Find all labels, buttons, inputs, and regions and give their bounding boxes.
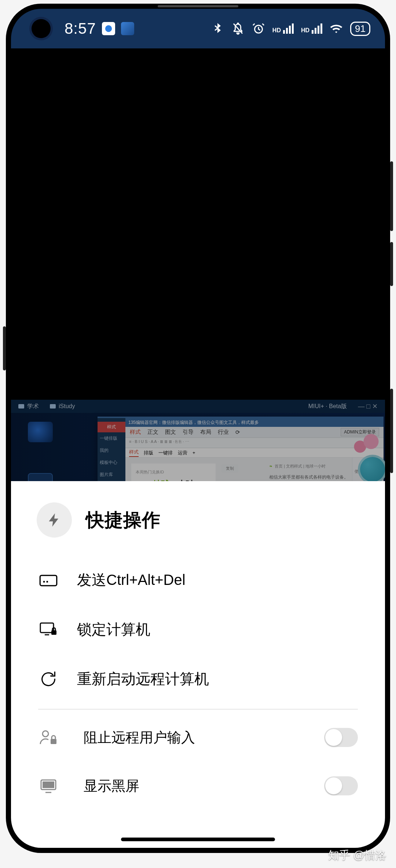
- svg-rect-7: [51, 739, 56, 744]
- battery-indicator: 91: [350, 22, 370, 36]
- svg-point-6: [43, 731, 48, 737]
- app-tray-icon: [121, 22, 134, 35]
- camera-punch-hole: [32, 19, 51, 38]
- toggle-switch[interactable]: [324, 728, 358, 747]
- toggle-label: 显示黑屏: [84, 777, 306, 795]
- svg-rect-5: [51, 630, 56, 635]
- action-restart-remote[interactable]: 重新启动远程计算机: [38, 654, 358, 704]
- editor-tabs: 样式 正文 图文 引导 布局 行业 ⟳ ADMIN立即登录: [125, 427, 384, 438]
- svg-rect-1: [40, 575, 57, 586]
- side-button: [390, 389, 393, 473]
- user-lock-icon: [38, 728, 59, 747]
- editor-toolbar: ≡ · B I U S · A A · ≣ ≣ ≣ · ⎘ ⎘ · ⋯: [125, 438, 384, 448]
- dnd-icon: [231, 22, 245, 35]
- divider: [38, 709, 358, 710]
- toggle-label: 阻止远程用户输入: [84, 728, 306, 747]
- desktop-icon: [24, 422, 56, 458]
- action-send-cad[interactable]: 发送Ctrl+Alt+Del: [38, 555, 358, 605]
- restart-icon: [38, 670, 59, 689]
- svg-rect-3: [47, 581, 48, 582]
- action-lock-computer[interactable]: 锁定计算机: [38, 605, 358, 654]
- status-bar: 8:57 HD HD 91: [11, 9, 385, 48]
- promo-decor: [349, 431, 385, 457]
- toggle-black-screen[interactable]: 显示黑屏: [38, 762, 358, 810]
- bluetooth-icon: [211, 22, 224, 35]
- toggle-block-remote-input[interactable]: 阻止远程用户输入: [38, 713, 358, 762]
- remote-taskbar: 学术 iStudy MIUI+ · Beta版 — □ ✕: [11, 400, 385, 413]
- promo-badge: [358, 455, 385, 484]
- monitor-lock-icon: [38, 620, 59, 639]
- monitor-icon: [38, 776, 59, 795]
- svg-rect-9: [43, 781, 54, 788]
- signal-1: HD: [272, 23, 294, 34]
- editor-titlebar: 135编辑器官网：微信排版编辑器，微信公众号图文工具，样式最多: [125, 418, 384, 427]
- watermark: 知乎 @惜洛: [328, 848, 386, 863]
- phone-frame: 8:57 HD HD 91: [6, 4, 390, 853]
- toggle-switch[interactable]: [324, 776, 358, 795]
- svg-rect-2: [43, 581, 45, 582]
- miui-label: MIUI+ · Beta版: [308, 403, 347, 410]
- side-button: [3, 326, 6, 370]
- sheet-title: 快捷操作: [86, 508, 161, 532]
- phone-speaker: [158, 5, 238, 7]
- wifi-icon: [330, 22, 343, 35]
- keyboard-icon: [38, 571, 59, 590]
- action-label: 发送Ctrl+Alt+Del: [77, 570, 358, 590]
- action-label: 重新启动远程计算机: [77, 669, 358, 689]
- side-button: [390, 161, 393, 231]
- editor-subtabs: 样式 排版 一键排 运营 +: [125, 448, 384, 458]
- window-controls: — □ ✕: [358, 402, 378, 410]
- signal-2: HD: [301, 23, 322, 34]
- side-button: [390, 242, 393, 286]
- lightning-icon: [37, 502, 72, 538]
- gesture-bar[interactable]: [121, 838, 275, 841]
- alarm-icon: [252, 22, 265, 35]
- quick-actions-sheet: 快捷操作 发送Ctrl+Alt+Del 锁定计算机: [11, 481, 385, 848]
- teamviewer-tray-icon: [102, 22, 115, 35]
- status-clock: 8:57: [65, 20, 96, 37]
- action-label: 锁定计算机: [77, 619, 358, 640]
